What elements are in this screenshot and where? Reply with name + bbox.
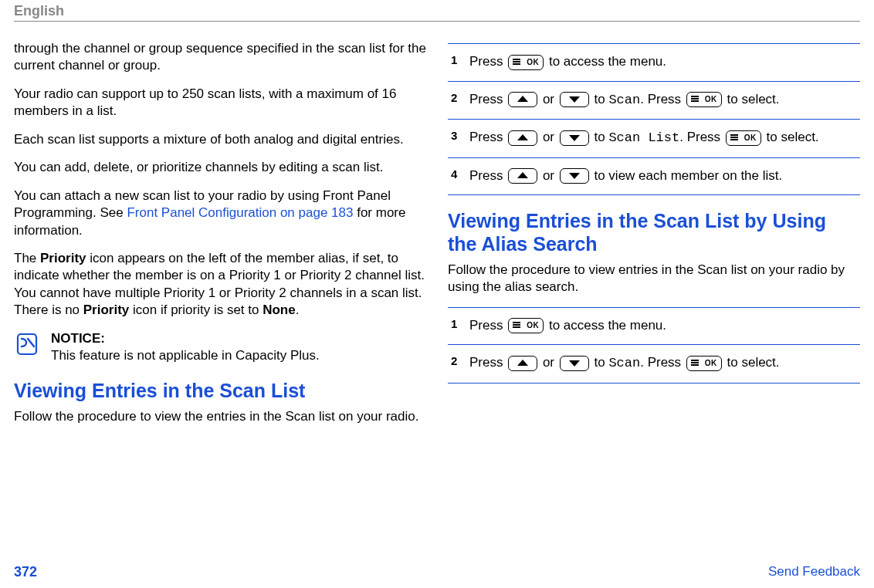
para: Your radio can support up to 250 scan li… [14,86,426,120]
text: . Press [640,355,685,370]
down-arrow-button-icon [560,92,589,107]
steps-list-a: 1 Press to access the menu. 2 Press or t… [448,43,860,195]
ok-button-icon [508,318,544,333]
text: Press [469,54,506,69]
up-arrow-button-icon [508,168,537,184]
step-number: 3 [451,127,462,148]
left-column: through the channel or group sequence sp… [14,40,426,436]
text: . [296,302,300,317]
bold-none: None [263,302,296,317]
text: Press [469,318,506,333]
step-number: 2 [451,353,462,373]
step-row: 2 Press or to Scan. Press to select. [448,82,860,120]
bold-priority: Priority [40,251,86,265]
down-arrow-button-icon [560,130,589,146]
up-arrow-button-icon [508,356,537,371]
ok-button-icon [686,92,722,107]
text: or [539,130,558,144]
section-intro: Follow the procedure to view entries in … [448,262,860,296]
text: or [539,92,558,106]
section-title-viewing-entries: Viewing Entries in the Scan List [14,379,426,402]
para: through the channel or group sequence sp… [14,40,426,75]
text: or [539,168,558,183]
notice-block: NOTICE: This feature is not applicable i… [14,330,426,365]
para-with-link: You can attach a new scan list to your r… [14,188,426,239]
step-number: 2 [451,90,462,110]
text: The [14,251,40,265]
bold-priority: Priority [83,302,130,317]
step-row: 3 Press or to Scan List. Press to select… [448,120,860,158]
notice-icon [14,330,42,358]
right-column: 1 Press to access the menu. 2 Press or t… [448,40,860,436]
step-row: 4 Press or to view each member on the li… [448,158,860,196]
notice-text: This feature is not applicable in Capaci… [51,348,320,363]
ok-button-icon [726,130,761,146]
ok-button-icon [508,55,544,70]
step-row: 1 Press to access the menu. [448,44,860,82]
para: Each scan list supports a mixture of bot… [14,131,426,148]
up-arrow-button-icon [508,130,537,146]
section-title-alias-search: Viewing Entries in the Scan List by Usin… [448,209,860,255]
front-panel-config-link[interactable]: Front Panel Configuration on page 183 [127,205,353,220]
text: . Press [679,130,724,144]
para-priority: The Priority icon appears on the left of… [14,250,426,319]
text: to access the menu. [545,318,666,333]
text: to select. [723,355,780,370]
text: Press [469,168,506,183]
down-arrow-button-icon [560,356,589,371]
up-arrow-button-icon [508,92,537,107]
down-arrow-button-icon [560,168,589,184]
text: to view each member on the list. [591,168,783,183]
step-row: 1 Press to access the menu. [448,308,860,346]
section-intro: Follow the procedure to view the entries… [14,408,426,425]
text: to [591,130,609,144]
send-feedback-link[interactable]: Send Feedback [768,564,860,580]
text: or [539,355,558,370]
para: You can add, delete, or prioritize chann… [14,159,426,176]
text: to select. [723,92,780,106]
text: Press [469,355,506,370]
text: Press [469,92,506,106]
svg-rect-0 [18,334,36,354]
step-row: 2 Press or to Scan. Press to select. [448,345,860,384]
page-number: 372 [14,564,37,580]
steps-list-b: 1 Press to access the menu. 2 Press or t… [448,307,860,384]
code-text: Scan [608,356,640,370]
text: Press [469,130,506,144]
code-text: Scan List [608,130,679,145]
code-text: Scan [608,93,640,107]
step-number: 4 [451,166,462,186]
step-number: 1 [451,52,462,72]
text: icon if priority is set to [129,302,263,317]
ok-button-icon [686,356,722,371]
text: to [591,355,609,370]
notice-title: NOTICE: [51,331,105,346]
text: to select. [763,130,819,144]
header-language: English [14,3,860,22]
step-number: 1 [451,316,462,336]
text: . Press [640,92,685,106]
text: to access the menu. [545,54,666,69]
text: to [591,92,609,106]
